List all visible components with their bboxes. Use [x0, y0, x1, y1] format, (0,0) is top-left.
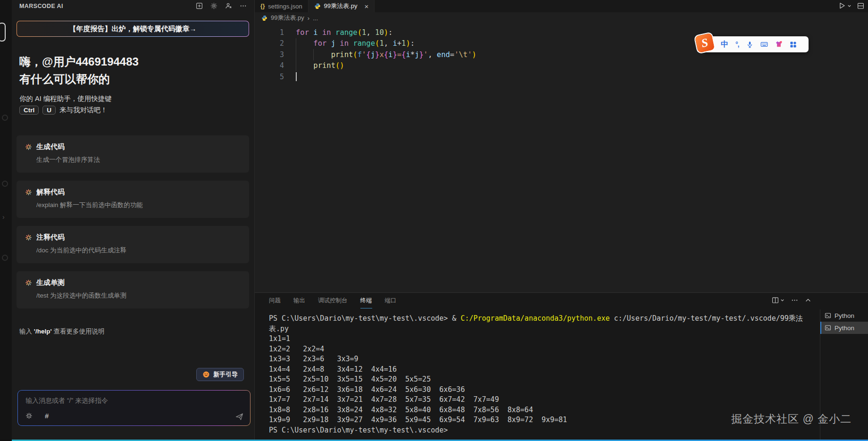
card-title: 生成代码 [36, 142, 65, 151]
terminal-label: Python [835, 312, 854, 319]
onboarding-label: 新手引导 [213, 370, 238, 379]
more-actions-icon[interactable] [240, 2, 247, 9]
terminal-line: 1x9=9 2x9=18 3x9=27 4x9=36 5x9=45 6x9=54… [269, 415, 803, 425]
sogou-logo-icon[interactable]: S [693, 32, 716, 54]
active-extension-indicator [0, 23, 6, 42]
onboarding-button[interactable]: 新手引导 [196, 368, 244, 381]
terminal-line: 1x8=8 2x8=16 3x8=24 4x8=32 5x8=40 6x8=48… [269, 405, 803, 416]
panel-tab-ports[interactable]: 端口 [385, 293, 397, 308]
community-watermark: 掘金技术社区 @ 金小二 [731, 412, 851, 426]
sparkle-icon [25, 279, 32, 286]
shortcut-suffix: 来与我对话吧！ [59, 106, 108, 115]
breadcrumb[interactable]: 99乘法表.py › ... [255, 12, 868, 24]
sogou-ime-toolbar: S 中 °, [702, 36, 809, 52]
split-terminal-icon[interactable] [772, 297, 785, 304]
indent-guide [313, 49, 314, 60]
settings-gear-icon[interactable] [210, 2, 217, 9]
breadcrumb-more: ... [313, 15, 318, 22]
ime-skin-icon[interactable] [775, 41, 783, 48]
panel-tab-problems[interactable]: 问题 [269, 293, 281, 308]
terminal-line: 1x4=4 2x4=8 3x4=12 4x4=16 [269, 365, 803, 375]
chevron-right-icon: › [2, 213, 5, 221]
panel-tab-terminal[interactable]: 终端 [360, 293, 372, 308]
terminal-line: 1x6=6 2x6=12 3x6=18 4x6=24 5x6=30 6x6=36 [269, 385, 803, 395]
terminal-line: 1x5=5 2x5=10 3x5=15 4x5=20 5x5=25 [269, 374, 803, 385]
python-icon [261, 15, 267, 21]
terminal-line: PS C:\Users\Dario\my-test\my-test\.vscod… [269, 425, 803, 436]
new-chat-icon[interactable] [196, 2, 203, 9]
ime-chinese-mode-icon[interactable]: 中 [721, 40, 728, 50]
terminal-line: 1x3=3 2x3=6 3x3=9 [269, 354, 803, 365]
line-number: 2 [255, 39, 284, 48]
terminal-line: 1x2=2 2x2=4 [269, 344, 803, 355]
panel-tab-debug-console[interactable]: 调试控制台 [318, 293, 348, 308]
card-title: 注释代码 [36, 233, 65, 242]
card-desc: 生成一个冒泡排序算法 [36, 156, 241, 164]
indent-guide [296, 49, 296, 60]
terminal-list-item[interactable]: Python [820, 309, 868, 322]
maximize-panel-icon[interactable] [805, 297, 811, 304]
card-explain-code[interactable]: 解释代码 /explain 解释一下当前选中函数的功能 [17, 181, 249, 218]
keyboard-icon[interactable] [760, 41, 768, 48]
terminal-line: 1x7=7 2x7=14 3x7=21 4x7=28 5x7=35 6x7=42… [269, 395, 803, 405]
chat-input[interactable]: 输入消息或者 “/” 来选择指令 # [18, 391, 250, 425]
greeting: 嗨，@用户4469194483 有什么可以帮你的 [19, 53, 139, 88]
activity-ghost-icon [2, 181, 8, 187]
card-desc: /test 为这段选中的函数生成单测 [36, 291, 241, 300]
code-line[interactable]: 4 print() [255, 60, 868, 72]
chevron-right-icon: › [308, 15, 309, 22]
run-python-file-icon[interactable] [838, 2, 851, 9]
tab-99-multiplication-py[interactable]: 99乘法表.py × [309, 0, 375, 12]
chat-input-container: 输入消息或者 “/” 来选择指令 # [17, 390, 250, 426]
annual-report-banner[interactable]: 【年度报告】出炉，解锁专属代码徽章→ [17, 21, 249, 37]
shortcut-hint: Ctrl U 来与我对话吧！ [19, 106, 108, 115]
text-cursor [296, 72, 297, 81]
send-button[interactable] [235, 413, 243, 421]
card-comment-code[interactable]: 注释代码 /doc 为当前选中的代码生成注释 [17, 226, 249, 263]
tab-label: settings.json [268, 3, 302, 10]
terminal-line: PS C:\Users\Dario\my-test\my-test\.vscod… [269, 314, 803, 324]
indent-guide [296, 60, 296, 72]
sparkle-icon [25, 189, 32, 196]
assistant-subtitle: 你的 AI 编程助手，使用快捷键 [19, 94, 112, 103]
user-account-icon[interactable] [225, 2, 232, 9]
activity-ghost-icon [2, 255, 8, 261]
key-ctrl: Ctrl [19, 106, 39, 115]
line-number: 5 [255, 73, 284, 81]
card-generate-tests[interactable]: 生成单测 /test 为这段选中的函数生成单测 [17, 271, 249, 308]
terminal-label: Python [835, 325, 854, 332]
terminal-output[interactable]: PS C:\Users\Dario\my-test\my-test\.vscod… [269, 314, 803, 435]
code-editor[interactable]: 1for i in range(1, 10):2 for j in range(… [255, 24, 868, 292]
ime-punctuation-icon[interactable]: °, [735, 41, 739, 48]
microphone-icon[interactable] [746, 41, 753, 48]
json-braces-icon: {} [260, 3, 265, 9]
hash-trigger[interactable]: # [45, 412, 49, 420]
python-icon [314, 3, 321, 9]
split-editor-icon[interactable] [857, 2, 864, 9]
card-desc: /doc 为当前选中的代码生成注释 [36, 246, 241, 255]
marscode-ai-panel: MARSCODE AI 【年度报告】出炉，解锁专属代码徽章→ 嗨，@用户4469… [12, 0, 255, 440]
code-line[interactable]: 5 [255, 71, 868, 83]
card-generate-code[interactable]: 生成代码 生成一个冒泡排序算法 [17, 135, 249, 173]
panel-tab-output[interactable]: 输出 [293, 293, 305, 308]
tab-settings-json[interactable]: {} settings.json [255, 0, 309, 12]
help-hint: 输入 '/help' 查看更多使用说明 [19, 327, 104, 336]
terminal-line: 表.py [269, 324, 803, 334]
panel-more-actions-icon[interactable] [791, 297, 798, 304]
ime-toolbox-grid-icon[interactable] [790, 41, 797, 48]
editor-area: {} settings.json 99乘法表.py × 99乘法表.py › .… [255, 0, 868, 440]
sparkle-icon [25, 234, 32, 241]
chat-input-placeholder: 输入消息或者 “/” 来选择指令 [25, 397, 108, 405]
close-tab-icon[interactable]: × [364, 2, 368, 10]
hugging-face-emoji-icon [202, 371, 210, 378]
line-number: 3 [255, 50, 284, 59]
editor-tab-bar: {} settings.json 99乘法表.py × [255, 0, 868, 12]
key-u: U [42, 106, 56, 115]
card-desc: /explain 解释一下当前选中函数的功能 [36, 201, 241, 209]
activity-bar: › [0, 0, 12, 440]
terminal-list-item-selected[interactable]: Python [820, 322, 868, 334]
terminal-line: 1x1=1 [269, 334, 803, 344]
greeting-line1: 嗨，@用户4469194483 [19, 53, 139, 70]
tab-label: 99乘法表.py [324, 2, 358, 10]
sparkle-trigger-icon[interactable] [25, 412, 33, 419]
